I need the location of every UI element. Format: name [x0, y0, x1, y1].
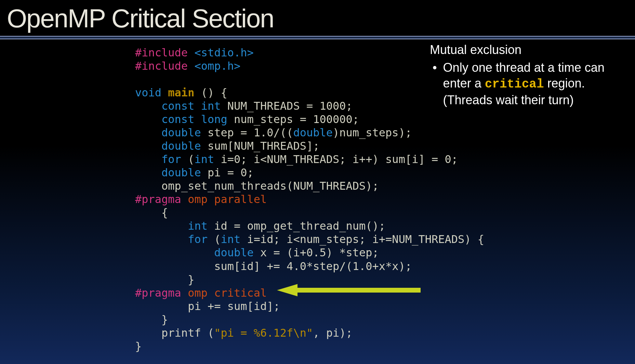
explanation-heading: Mutual exclusion: [430, 42, 621, 58]
code-token: x = (i+0.5) *step;: [254, 246, 379, 259]
code-token: }: [135, 313, 168, 326]
slide-title: OpenMP Critical Section: [0, 0, 635, 33]
bullet-text: Only one thread at a time can enter a cr…: [443, 60, 621, 108]
code-token: double: [293, 126, 333, 139]
code-token: printf (: [135, 326, 214, 339]
code-token: sum[id] += 4.0*step/(1.0+x*x);: [135, 260, 412, 273]
code-token: double: [135, 246, 254, 259]
code-token: <stdio.h>: [188, 46, 254, 59]
code-token: main: [161, 86, 194, 99]
code-token: id = omp_get_thread_num();: [208, 219, 385, 232]
code-token: )num_steps);: [333, 126, 412, 139]
code-token: double: [135, 166, 201, 179]
code-token: sum[NUM_THREADS];: [201, 139, 320, 152]
bullet-text-keyword: critical: [485, 77, 544, 91]
title-divider: [0, 36, 635, 39]
code-token: double: [135, 139, 201, 152]
bullet-dot-icon: •: [430, 60, 443, 108]
code-token: i=id; i<num_steps; i+=NUM_THREADS) {: [240, 233, 484, 246]
code-token: void: [135, 86, 161, 99]
code-token: #pragma: [135, 193, 181, 206]
code-token: const long: [135, 113, 227, 126]
code-token: }: [135, 340, 142, 353]
code-token: step = 1.0/((: [201, 126, 293, 139]
code-token: omp critical: [181, 286, 267, 299]
code-token: {: [135, 206, 168, 219]
code-token: for: [135, 233, 208, 246]
slide: OpenMP Critical Section #include <stdio.…: [0, 0, 635, 364]
code-token: , pi);: [313, 326, 353, 339]
code-token: omp parallel: [181, 193, 267, 206]
code-token: int: [135, 219, 208, 232]
code-token: (: [181, 153, 195, 166]
code-token: #pragma: [135, 286, 181, 299]
explanation-bullet: • Only one thread at a time can enter a …: [430, 60, 621, 108]
code-token: <omp.h>: [188, 59, 240, 72]
explanation-panel: Mutual exclusion • Only one thread at a …: [430, 42, 621, 108]
code-token: omp_set_num_threads(NUM_THREADS);: [135, 179, 379, 192]
code-token: pi += sum[id];: [135, 300, 280, 313]
code-token: (: [208, 233, 221, 246]
code-token: pi = 0;: [201, 166, 254, 179]
code-token: "pi = %6.12f\n": [214, 326, 313, 339]
code-token: int: [221, 233, 240, 246]
code-token: for: [135, 153, 181, 166]
code-token: const int: [135, 99, 221, 112]
code-token: #include: [135, 59, 188, 72]
code-token: #include: [135, 46, 188, 59]
code-token: num_steps = 100000;: [227, 113, 359, 126]
code-token: () {: [194, 86, 227, 99]
slide-content: #include <stdio.h> #include <omp.h> void…: [0, 39, 635, 353]
code-token: int: [194, 153, 214, 166]
code-token: NUM_THREADS = 1000;: [221, 99, 352, 112]
code-token: }: [135, 273, 194, 286]
code-token: i=0; i<NUM_THREADS; i++) sum[i] = 0;: [214, 153, 458, 166]
code-token: double: [135, 126, 201, 139]
